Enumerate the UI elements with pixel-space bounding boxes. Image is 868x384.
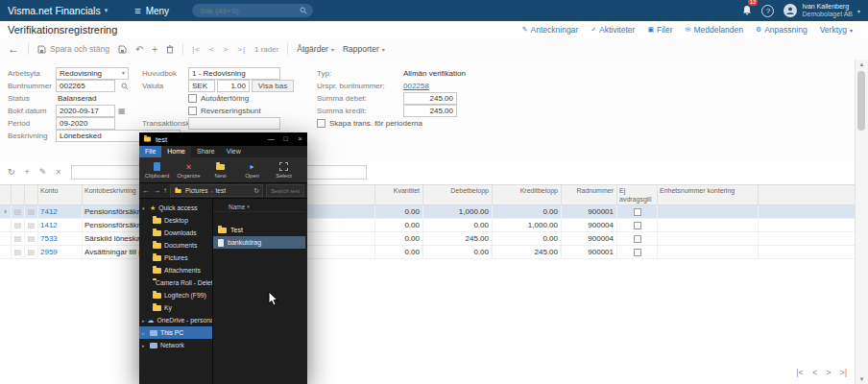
file-explorer-window[interactable]: test File Home Share View Clipboard Orga… [139,132,307,384]
column-header-enhetsnummer[interactable]: Enhetsnummer kontering [658,185,759,204]
batch-number-field[interactable]: 002265 [56,80,115,92]
first-record-button[interactable] [192,45,201,54]
attachment-icon[interactable] [25,219,38,231]
notifications-button[interactable]: 12 [742,2,752,19]
tab-view[interactable]: View [221,146,247,157]
messages-link[interactable]: Meddelanden [686,25,743,35]
column-header-radnummer[interactable]: Radnummer [562,185,617,204]
file-item-test[interactable]: Test [213,224,305,236]
refresh-icon[interactable] [253,187,259,195]
ribbon-open-button[interactable]: Open [236,157,268,182]
save-button[interactable] [118,45,127,54]
tab-home[interactable]: Home [161,146,191,157]
scroll-down-button[interactable] [856,376,868,382]
scroll-thumb[interactable] [857,71,865,131]
minimize-button[interactable] [264,132,278,146]
tools-menu[interactable]: Verktyg [820,25,853,35]
back-button[interactable] [8,42,19,56]
column-header-ej-avdragsgill[interactable]: Ej avdragsgill [617,185,658,204]
activities-link[interactable]: Aktiviteter [591,25,635,35]
vertical-scrollbar[interactable] [855,60,868,384]
note-icon[interactable] [12,219,25,231]
lookup-icon[interactable] [121,83,129,90]
add-row-button[interactable] [25,167,30,177]
brand-menu[interactable]: Visma.net Financials [8,5,108,16]
notes-link[interactable]: Anteckningar [522,25,579,35]
nav-item-downloads[interactable]: Downloads [139,227,212,239]
attachment-icon[interactable] [25,205,38,218]
edit-row-button[interactable] [39,167,47,177]
undo-button[interactable] [135,44,143,55]
column-header-kreditbelopp[interactable]: Kreditbelopp [493,185,562,204]
nav-item-this-pc[interactable]: This PC [139,326,212,339]
nav-item-ky[interactable]: Ky [139,301,212,314]
ribbon-new-button[interactable]: New [205,157,236,182]
nav-item-pictures[interactable]: Pictures [139,252,212,264]
nav-back-button[interactable] [142,183,150,198]
scroll-up-button[interactable] [856,61,868,67]
note-icon[interactable] [12,205,25,218]
nav-item-logitech[interactable]: Logitech (F99) [139,289,212,301]
column-header-debetbelopp[interactable]: Debetbelopp [423,185,493,204]
row-checkbox[interactable] [634,208,641,216]
customization-link[interactable]: Anpassning [756,25,808,35]
menu-button[interactable]: Meny [134,5,169,16]
view-base-button[interactable]: Visa bas [252,80,294,92]
ribbon-organize-button[interactable]: Organize [173,157,205,182]
create-trans-checkbox[interactable] [317,119,326,128]
currency-rate-field[interactable]: 1.00 [217,80,250,92]
refresh-button[interactable] [8,167,15,177]
ribbon-select-button[interactable]: Select [268,157,300,182]
attachment-icon[interactable] [25,232,38,245]
posting-date-field[interactable]: 2020-09-17 [56,105,115,117]
period-field[interactable]: 09-2020 [56,117,115,130]
note-icon[interactable] [12,232,25,245]
calendar-icon[interactable] [118,105,126,117]
crumb-pictures[interactable]: Pictures [185,187,207,194]
pager-prev-button[interactable] [812,368,817,377]
files-link[interactable]: Filer [647,25,672,35]
nav-item-attachments[interactable]: Attachments [139,264,212,276]
nav-item-documents[interactable]: Documents [139,239,212,252]
reversing-batch-checkbox[interactable] [188,107,197,115]
delete-row-button[interactable] [56,167,60,177]
user-menu[interactable]: Ivan Kallenberg Demobolaget AB [784,3,860,18]
nav-item-onedrive[interactable]: OneDrive - personal [139,314,212,326]
attachment-icon[interactable] [25,246,38,258]
row-checkbox[interactable] [634,222,641,229]
close-button[interactable] [293,132,307,146]
grid-row[interactable]: 1412 Pensionsförsäkringar Lönebesked 0.0… [0,219,856,232]
nav-forward-button[interactable] [153,183,160,198]
pager-next-button[interactable] [826,368,831,377]
column-header-konto[interactable]: Konto [38,185,83,204]
explorer-titlebar[interactable]: test [139,132,307,146]
grid-row[interactable]: 2959 Avsättningar till pensioner Lönebes… [0,246,856,259]
actions-menu[interactable]: Åtgärder [297,44,334,54]
breadcrumb[interactable]: Pictures test [170,184,263,197]
row-checkbox[interactable] [634,235,641,243]
files-column-header-name[interactable]: Name [213,202,305,212]
maximize-button[interactable] [278,132,293,146]
add-button[interactable] [152,44,157,55]
pager-first-button[interactable] [796,368,804,377]
global-search-input[interactable] [198,6,300,16]
save-close-button[interactable]: Spara och stäng [37,44,109,54]
note-icon[interactable] [12,246,25,258]
reports-menu[interactable]: Rapporter [343,44,385,54]
tab-file[interactable]: File [139,146,161,157]
nav-item-desktop[interactable]: Desktop [139,214,212,227]
next-record-button[interactable] [224,45,229,54]
workspace-select[interactable]: Redovisning [56,67,129,80]
ledger-field[interactable]: 1 - Redovisning [188,67,280,80]
help-button[interactable] [761,5,774,17]
grid-row[interactable]: 7412 Pensionsförsäkringspremier Lönebesk… [0,205,856,219]
transaction-code-field[interactable] [188,117,280,130]
tab-share[interactable]: Share [191,146,221,157]
pager-last-button[interactable] [839,368,847,377]
last-record-button[interactable] [237,45,246,54]
grid-row[interactable]: 7533 Särskild löneskatt Lönebesked 0.00 … [0,232,856,246]
nav-up-button[interactable] [163,183,167,198]
explorer-search-input[interactable] [269,187,301,195]
nav-item-quick-access[interactable]: Quick access [139,202,212,214]
currency-code-field[interactable]: SEK [188,80,215,92]
